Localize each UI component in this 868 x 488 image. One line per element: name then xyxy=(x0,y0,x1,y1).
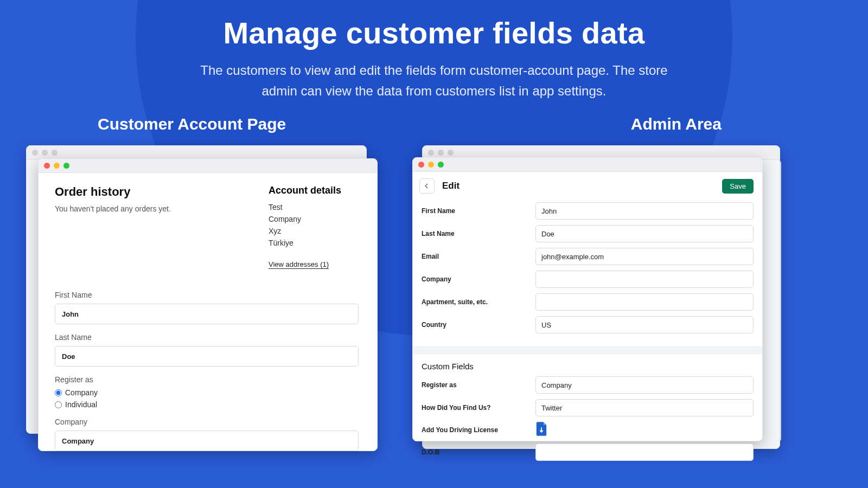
account-line-name: Test xyxy=(269,203,361,211)
label-how-find: How Did You Find Us? xyxy=(422,404,535,412)
account-line-street: Xyz xyxy=(269,227,361,235)
save-button[interactable]: Save xyxy=(722,179,754,194)
customer-window: Order history You haven't placed any ord… xyxy=(38,158,378,451)
window-minimize-icon[interactable] xyxy=(54,163,60,169)
first-name-input[interactable] xyxy=(55,304,359,324)
label-email: Email xyxy=(422,253,535,260)
last-name-input[interactable] xyxy=(55,346,359,367)
label-dob: D.O.B xyxy=(422,448,535,456)
radio-company-label: Company xyxy=(65,388,98,397)
account-line-company: Company xyxy=(269,215,361,223)
section-divider xyxy=(413,346,762,354)
window-zoom-icon[interactable] xyxy=(63,163,69,169)
admin-email-input[interactable] xyxy=(535,248,754,265)
label-last-name: Last Name xyxy=(55,333,361,342)
window-close-icon[interactable] xyxy=(44,163,50,169)
window-titlebar xyxy=(39,159,377,173)
page-subhead: The customers to view and edit the field… xyxy=(184,60,684,102)
admin-dob-input[interactable] xyxy=(535,444,754,461)
section-title-admin: Admin Area xyxy=(631,115,722,133)
account-details-title: Account details xyxy=(269,185,361,196)
admin-last-name-input[interactable] xyxy=(535,225,754,242)
label-first-name: First Name xyxy=(422,207,535,215)
label-register-as: Register as xyxy=(55,375,361,384)
account-line-country: Türkiye xyxy=(269,239,361,247)
window-close-icon[interactable] xyxy=(418,162,424,168)
radio-individual-label: Individual xyxy=(65,400,97,409)
view-addresses-link[interactable]: View addresses (1) xyxy=(269,260,329,269)
section-title-customer: Customer Account Page xyxy=(98,115,286,133)
admin-first-name-input[interactable] xyxy=(535,202,754,220)
custom-fields-title: Custom Fields xyxy=(413,354,762,374)
back-button[interactable] xyxy=(419,178,435,194)
admin-apartment-input[interactable] xyxy=(535,293,754,311)
label-driving-license: Add You Driving License xyxy=(422,426,535,434)
admin-window: Edit Save First Name Last Name Email Com… xyxy=(412,157,763,441)
label-company: Company xyxy=(55,418,361,426)
admin-page-title: Edit xyxy=(442,181,459,191)
label-apartment: Apartment, suite, etc. xyxy=(422,298,535,306)
arrow-left-icon xyxy=(424,183,430,189)
order-history-title: Order history xyxy=(55,185,252,199)
label-last-name: Last Name xyxy=(422,230,535,237)
window-titlebar xyxy=(413,158,762,172)
admin-register-as-input[interactable] xyxy=(535,376,754,394)
label-country: Country xyxy=(422,321,535,329)
label-register-as: Register as xyxy=(422,381,535,389)
admin-country-input[interactable] xyxy=(535,316,754,333)
radio-individual[interactable] xyxy=(55,401,62,408)
window-zoom-icon[interactable] xyxy=(438,162,444,168)
label-first-name: First Name xyxy=(55,291,361,299)
window-minimize-icon[interactable] xyxy=(428,162,434,168)
file-download-icon[interactable] xyxy=(535,422,547,436)
admin-how-find-input[interactable] xyxy=(535,399,754,416)
radio-company[interactable] xyxy=(55,389,62,396)
label-company: Company xyxy=(422,275,535,283)
company-input[interactable] xyxy=(55,431,359,451)
page-headline: Manage customer fields data xyxy=(0,0,868,50)
order-history-empty: You haven't placed any orders yet. xyxy=(55,204,252,213)
admin-company-input[interactable] xyxy=(535,271,754,288)
